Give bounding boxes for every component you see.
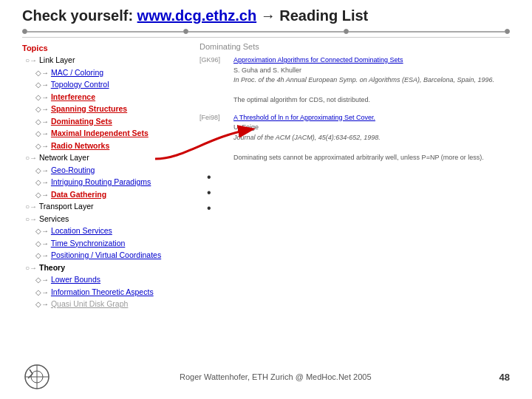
sym-theory: ○→ xyxy=(25,264,37,272)
label-infotheo[interactable]: Information Theoretic Aspects xyxy=(51,287,154,296)
ref-content-gk96: Approximation Algorithms for Connected D… xyxy=(233,55,494,106)
progress-node-3 xyxy=(344,29,349,34)
label-transport: Transport Layer xyxy=(39,202,94,211)
ref-author-gk96: S. Guha and S. Khuller xyxy=(233,66,494,76)
tree-services: ○→ Services xyxy=(22,213,185,225)
separator xyxy=(22,37,510,38)
label-domsets[interactable]: Dominating Sets xyxy=(51,117,112,126)
tree-routing: ◇→ Intriguing Routing Paradigms xyxy=(22,176,185,188)
label-network-layer: Network Layer xyxy=(39,153,89,162)
ref-block-fei98: [Fei98] A Threshold of ln n for Approxim… xyxy=(200,113,517,163)
sym-domsets: ◇→ xyxy=(35,117,49,126)
dot-3: • xyxy=(207,201,517,216)
ref-journal-fei98: Journal of the ACM (JACM), 45(4):634-652… xyxy=(233,133,484,143)
progress-seg-1 xyxy=(27,31,183,33)
label-datagather[interactable]: Data Gathering xyxy=(51,190,106,199)
tree-lowerbounds: ◇→ Lower Bounds xyxy=(22,273,185,286)
progress-bar xyxy=(0,27,532,37)
ref-key-gk96: [GK96] xyxy=(200,55,228,106)
sym-radio: ◇→ xyxy=(35,142,49,150)
progress-node-2 xyxy=(183,29,188,34)
sym-infotheo: ◇→ xyxy=(35,288,49,296)
ref-journal-gk96: In Proc. of the 4h Annual European Symp.… xyxy=(233,75,494,86)
label-quasi[interactable]: Quasi Unit Disk Graph xyxy=(51,299,128,308)
ref-title-gk96[interactable]: Approximation Algorithms for Connected D… xyxy=(233,55,494,66)
tree-location: ◇→ Location Services xyxy=(22,225,185,237)
progress-node-4 xyxy=(505,29,510,34)
sym-network-layer: ○→ xyxy=(25,154,37,162)
label-topo[interactable]: Topology Control xyxy=(51,80,109,89)
label-spanning[interactable]: Spanning Structures xyxy=(51,104,127,113)
tree-mac: ◇→ MAC / Coloring xyxy=(22,66,185,79)
tree-network-layer: ○→ Network Layer xyxy=(22,151,185,164)
sym-spanning: ◇→ xyxy=(35,105,49,113)
sym-transport: ○→ xyxy=(25,202,37,211)
label-geo[interactable]: Geo-Routing xyxy=(51,166,95,174)
sym-geo: ◇→ xyxy=(35,166,49,174)
header-arrow: → xyxy=(256,7,279,24)
header-suffix: Reading List xyxy=(279,7,368,24)
header-prefix: Check yourself: xyxy=(22,7,137,24)
ref-content-fei98: A Threshold of ln n for Approximating Se… xyxy=(233,113,484,163)
sym-link-layer: ○→ xyxy=(25,56,37,64)
sym-positioning: ◇→ xyxy=(35,251,49,259)
main-content: Topics ○→ Link Layer ◇→ MAC / Coloring ◇… xyxy=(0,41,532,310)
label-interference[interactable]: Interference xyxy=(51,92,95,101)
sym-services: ○→ xyxy=(25,215,37,223)
sym-interference: ◇→ xyxy=(35,93,49,101)
tree-timesync: ◇→ Time Synchronization xyxy=(22,237,185,250)
footer-logo xyxy=(22,362,52,392)
ref-author-fei98: U. Feige xyxy=(233,123,484,133)
sym-quasi: ◇→ xyxy=(35,300,49,308)
label-link-layer: Link Layer xyxy=(39,55,75,64)
slide-header: Check yourself: www.dcg.ethz.ch → Readin… xyxy=(0,0,532,27)
label-mac[interactable]: MAC / Coloring xyxy=(51,68,103,77)
label-services: Services xyxy=(39,214,69,223)
label-mis[interactable]: Maximal Independent Sets xyxy=(51,129,149,137)
tree-link-layer: ○→ Link Layer xyxy=(22,54,185,66)
tree-spanning: ◇→ Spanning Structures xyxy=(22,103,185,115)
tree-infotheo: ◇→ Information Theoretic Aspects xyxy=(22,286,185,299)
sym-mac: ◇→ xyxy=(35,69,49,77)
dot-2: • xyxy=(207,185,517,201)
label-radio[interactable]: Radio Networks xyxy=(51,141,109,150)
label-theory: Theory xyxy=(39,263,65,272)
ref-block-gk96: [GK96] Approximation Algorithms for Conn… xyxy=(200,55,517,106)
dots-area: • • • xyxy=(200,170,517,216)
footer-text: Roger Wattenhofer, ETH Zurich @ MedHoc.N… xyxy=(52,372,499,381)
progress-seg-2 xyxy=(188,31,344,33)
tree-datagather: ◇→ Data Gathering xyxy=(22,188,185,201)
label-positioning[interactable]: Positioning / Virtual Coordinates xyxy=(51,250,161,259)
dom-sets-title: Dominating Sets xyxy=(200,42,517,51)
topics-panel: Topics ○→ Link Layer ◇→ MAC / Coloring ◇… xyxy=(7,41,185,310)
sym-topo: ◇→ xyxy=(35,81,49,89)
tree-positioning: ◇→ Positioning / Virtual Coordinates xyxy=(22,249,185,262)
tree-geo: ◇→ Geo-Routing xyxy=(22,164,185,177)
tree-domsets: ◇→ Dominating Sets xyxy=(22,115,185,128)
sym-lowerbounds: ◇→ xyxy=(35,276,49,284)
topics-label: Topics xyxy=(22,44,185,52)
header-url[interactable]: www.dcg.ethz.ch xyxy=(137,7,257,24)
footer-page-num: 48 xyxy=(499,372,510,383)
progress-seg-3 xyxy=(349,31,505,33)
tree-radio: ◇→ Radio Networks xyxy=(22,140,185,152)
tree-theory: ○→ Theory xyxy=(22,262,185,274)
ref-desc-gk96: The optimal algorithm for CDS, not distr… xyxy=(233,95,494,106)
label-routing[interactable]: Intriguing Routing Paradigms xyxy=(51,177,151,186)
sym-routing: ◇→ xyxy=(35,178,49,186)
label-lowerbounds[interactable]: Lower Bounds xyxy=(51,275,100,284)
tree-interference: ◇→ Interference xyxy=(22,91,185,103)
label-location[interactable]: Location Services xyxy=(51,226,112,235)
dot-1: • xyxy=(207,170,517,185)
sym-timesync: ◇→ xyxy=(35,239,49,248)
ref-key-fei98: [Fei98] xyxy=(200,113,228,163)
right-panel: Dominating Sets [GK96] Approximation Alg… xyxy=(192,41,525,310)
progress-node-1 xyxy=(22,29,27,34)
sym-location: ◇→ xyxy=(35,227,49,235)
tree-transport: ○→ Transport Layer xyxy=(22,200,185,213)
tree-quasi: ◇→ Quasi Unit Disk Graph xyxy=(22,298,185,310)
label-timesync[interactable]: Time Synchronization xyxy=(51,239,126,248)
ref-desc-fei98: Dominating sets cannot be approximated a… xyxy=(233,153,484,163)
tree-topo: ◇→ Topology Control xyxy=(22,78,185,91)
ref-title-fei98[interactable]: A Threshold of ln n for Approximating Se… xyxy=(233,113,484,123)
